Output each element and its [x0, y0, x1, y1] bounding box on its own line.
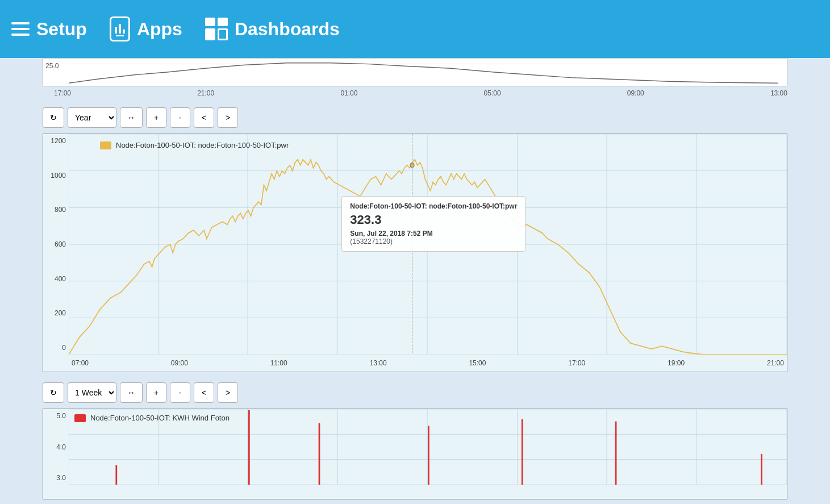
chart1-x3: 11:00: [270, 359, 287, 367]
chart2-prev-button[interactable]: <: [194, 382, 214, 403]
chart2-yaxis: 5.0 4.0 3.0: [43, 409, 69, 485]
svg-rect-34: [319, 423, 320, 485]
chart1-zoomin-button[interactable]: +: [146, 107, 166, 128]
chart2-legend-label: Node:Foton-100-50-IOT: KWH Wind Foton: [90, 414, 230, 422]
chart2-plot: Node:Foton-100-50-IOT: KWH Wind Foton: [69, 409, 787, 485]
chart1-period-select[interactable]: Year Month 1 Week Day Hour: [68, 107, 116, 128]
chart2-next-button[interactable]: >: [218, 382, 238, 403]
chart1-x8: 21:00: [767, 359, 784, 367]
top-x-label-6: 13:00: [770, 89, 787, 97]
top-x-label-3: 01:00: [340, 89, 357, 97]
chart1-x1: 07:00: [72, 359, 89, 367]
top-chart-svg: [69, 59, 778, 86]
chart1-next-button[interactable]: >: [218, 107, 238, 128]
chart1-y0: 0: [43, 344, 69, 352]
dashboards-icon: [205, 18, 228, 40]
chart1-legend: Node:Foton-100-50-IOT: node:Foton-100-50…: [100, 141, 289, 149]
svg-point-18: [410, 163, 414, 168]
chart1-x5: 15:00: [469, 359, 486, 367]
chart1-refresh-button[interactable]: ↻: [43, 107, 64, 128]
chart2-legend: Node:Foton-100-50-IOT: KWH Wind Foton: [74, 414, 230, 422]
top-x-label-4: 05:00: [484, 89, 501, 97]
apps-nav[interactable]: Apps: [110, 16, 182, 41]
chart2-zoomin-button[interactable]: +: [146, 382, 166, 403]
chart1-x4: 13:00: [370, 359, 387, 367]
hamburger-icon: [11, 22, 30, 36]
chart2-xaxis: [69, 485, 787, 499]
chart1-yaxis: 1200 1000 800 600 400 200 0: [43, 134, 69, 355]
chart2-y0: 3.0: [43, 474, 69, 482]
chart2-container: 5.0 4.0 3.0 Node:Foton-100-50-IOT: KWH W…: [43, 409, 787, 499]
svg-rect-36: [522, 419, 523, 485]
svg-rect-33: [248, 410, 250, 485]
svg-rect-37: [615, 422, 617, 485]
chart1-x2: 09:00: [171, 359, 188, 367]
setup-label: Setup: [36, 19, 87, 40]
chart2-swap-button[interactable]: ↔: [120, 382, 143, 403]
chart1-y3: 600: [43, 240, 69, 248]
top-partial-chart: 25.0: [43, 58, 787, 86]
svg-rect-38: [761, 454, 762, 485]
apps-icon: [110, 16, 130, 41]
chart1-x6: 17:00: [568, 359, 585, 367]
chart1-legend-color: [100, 141, 111, 149]
main-content: 25.0 17:00 21:00 01:00 05:00 09:00 13:00…: [0, 58, 830, 499]
setup-nav[interactable]: Setup: [11, 19, 87, 40]
chart1-prev-button[interactable]: <: [194, 107, 214, 128]
dashboards-nav[interactable]: Dashboards: [205, 18, 340, 40]
chart1-y4: 800: [43, 206, 69, 214]
chart2-controls: ↻ 1 Week Year Month Day Hour ↔ + - < >: [0, 377, 830, 409]
chart2-zoomout-button[interactable]: -: [170, 382, 190, 403]
chart1-y6: 1200: [43, 137, 69, 145]
top-chart-ylabel: 25.0: [45, 62, 59, 70]
svg-rect-32: [115, 465, 117, 485]
chart1-svg: [69, 134, 787, 355]
chart1-y2: 400: [43, 275, 69, 283]
chart2-legend-color: [74, 414, 86, 422]
apps-label: Apps: [137, 19, 182, 40]
svg-rect-35: [428, 426, 429, 485]
top-x-label-1: 17:00: [54, 89, 71, 97]
chart2-y1: 4.0: [43, 443, 69, 451]
chart2-period-select[interactable]: 1 Week Year Month Day Hour: [68, 382, 116, 403]
app-header: Setup Apps Dashboards: [0, 0, 830, 58]
chart1-controls: ↻ Year Month 1 Week Day Hour ↔ + - < >: [0, 102, 830, 134]
chart1-legend-label: Node:Foton-100-50-IOT: node:Foton-100-50…: [116, 141, 289, 149]
chart1-y5: 1000: [43, 172, 69, 180]
chart1-y1: 200: [43, 309, 69, 317]
top-x-label-2: 21:00: [197, 89, 214, 97]
chart1-zoomout-button[interactable]: -: [170, 107, 190, 128]
top-xaxis: 17:00 21:00 01:00 05:00 09:00 13:00: [0, 86, 830, 102]
chart1-xaxis: 07:00 09:00 11:00 13:00 15:00 17:00 19:0…: [69, 355, 787, 372]
chart2-refresh-button[interactable]: ↻: [43, 382, 64, 403]
chart2-y2: 5.0: [43, 412, 69, 420]
dashboards-label: Dashboards: [235, 19, 340, 40]
chart1-container: 1200 1000 800 600 400 200 0 Node:Foton-1…: [43, 134, 787, 372]
chart1-swap-button[interactable]: ↔: [120, 107, 143, 128]
chart1-x7: 19:00: [668, 359, 685, 367]
chart1-plot: Node:Foton-100-50-IOT: node:Foton-100-50…: [69, 134, 787, 355]
top-x-label-5: 09:00: [627, 89, 644, 97]
